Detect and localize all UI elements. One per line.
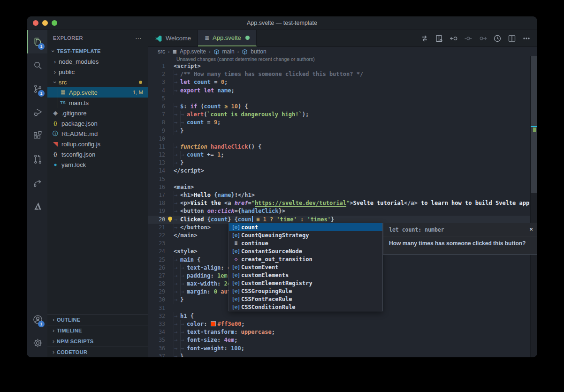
- explorer-more-actions-icon[interactable]: ⋯: [135, 34, 142, 42]
- source-control-icon[interactable]: 1: [27, 77, 47, 100]
- code-line-15[interactable]: 15: [148, 175, 537, 183]
- code-line-10[interactable]: 10: [148, 135, 537, 143]
- suggest-item-countqueuingstrategy[interactable]: [⊘]CountQueuingStrategy: [229, 231, 382, 239]
- code-line-3[interactable]: 3→let count = 0;: [148, 78, 537, 86]
- file-row--gitignore[interactable]: ◈.gitignore: [47, 108, 148, 118]
- explorer-icon[interactable]: 1: [27, 30, 47, 53]
- file-label: rollup.config.js: [61, 141, 100, 148]
- maximize-window-button[interactable]: [52, 20, 57, 26]
- code-line-33[interactable]: 33→→color: #ff3e00;: [148, 320, 537, 328]
- suggest-item-count[interactable]: [⊘]count: [229, 223, 382, 231]
- file-row-app-svelte[interactable]: ≣App.svelte1, M: [47, 87, 148, 98]
- open-changes-icon[interactable]: [419, 33, 430, 44]
- sidebar-panel-codetour[interactable]: ›CODETOUR: [47, 347, 148, 357]
- close-icon[interactable]: ×: [529, 226, 533, 233]
- codelens-unsaved-changes[interactable]: Unsaved changes (cannot determine recent…: [176, 56, 537, 62]
- file-row-tsconfig-json[interactable]: {}tsconfig.json: [47, 149, 148, 159]
- color-swatch-icon[interactable]: [211, 321, 216, 326]
- code-line-5[interactable]: 5: [148, 95, 537, 103]
- split-editor-icon[interactable]: [507, 33, 517, 44]
- run-debug-icon[interactable]: [27, 100, 47, 124]
- breadcrumb-src[interactable]: src: [158, 48, 165, 55]
- code-line-34[interactable]: 34→→text-transform: uppercase;: [148, 328, 537, 336]
- titlebar[interactable]: App.svelte — test-template: [27, 16, 537, 30]
- previous-change-icon[interactable]: [463, 33, 473, 44]
- code-line-11[interactable]: 11→function handleClick() {: [148, 143, 537, 151]
- tab-welcome[interactable]: Welcome: [148, 30, 198, 46]
- extensions-icon[interactable]: [27, 124, 47, 147]
- file-row-readme-md[interactable]: ⓘREADME.md: [47, 128, 148, 139]
- code-line-1[interactable]: 1<script>: [148, 62, 537, 70]
- more-actions-icon[interactable]: [521, 33, 532, 44]
- code-line-13[interactable]: 13→}: [148, 159, 537, 167]
- code-line-18[interactable]: 18→<p>Visit the <a href="https://svelte.…: [148, 199, 537, 207]
- settings-gear-icon[interactable]: [27, 331, 47, 354]
- suggest-item-customevent[interactable]: [⊘]CustomEvent: [229, 263, 382, 271]
- accounts-icon[interactable]: 1: [27, 308, 47, 331]
- sidebar-panel-timeline[interactable]: ›TIMELINE: [47, 325, 148, 336]
- code-line-14[interactable]: 14</script>: [148, 167, 537, 175]
- explorer-sidebar: EXPLORER ⋯ › TEST-TEMPLATE ›node_modules…: [47, 30, 148, 357]
- suggest-item-constantsourcenode[interactable]: [⊘]ConstantSourceNode: [229, 247, 382, 255]
- file-row-package-json[interactable]: {}package.json: [47, 118, 148, 128]
- file-row-main-ts[interactable]: TSmain.ts: [47, 98, 148, 108]
- open-preview-icon[interactable]: [434, 33, 444, 44]
- breadcrumb-file[interactable]: App.svelte: [180, 48, 206, 55]
- sidebar-panel-npm-scripts[interactable]: ›NPM SCRIPTS: [47, 336, 148, 347]
- suggest-label: customElements: [241, 272, 289, 279]
- folder-row-src[interactable]: ›src: [47, 77, 148, 87]
- indent-whitespace: →: [174, 199, 180, 207]
- code-line-2[interactable]: 2→/** How many times has someone clicked…: [148, 70, 537, 78]
- next-change-icon[interactable]: [478, 33, 488, 44]
- github-pull-requests-icon[interactable]: [27, 147, 47, 171]
- chevron-right-icon: ›: [50, 338, 57, 345]
- suggest-item-cssgroupingrule[interactable]: [⊘]CSSGroupingRule: [229, 287, 382, 295]
- vscode-window: App.svelte — test-template 1 1: [27, 16, 537, 357]
- code-line-6[interactable]: 6→$: if (count ≥ 10) {: [148, 103, 537, 111]
- suggest-item-customelementregistry[interactable]: [⊘]CustomElementRegistry: [229, 279, 382, 287]
- suggest-item-customelements[interactable]: [⊘]customElements: [229, 271, 382, 279]
- code-line-12[interactable]: 12→→count += 1;: [148, 151, 537, 159]
- chevron-down-icon[interactable]: ›: [52, 78, 59, 86]
- lightbulb-icon[interactable]: [168, 217, 172, 221]
- accounts-badge: 1: [38, 321, 45, 327]
- scrollbar-slider[interactable]: [531, 56, 537, 193]
- file-row-rollup-config-js[interactable]: ◥rollup.config.js: [47, 139, 148, 149]
- minimize-window-button[interactable]: [42, 20, 48, 26]
- code-line-37[interactable]: 37→}: [148, 353, 537, 357]
- suggest-item-continue[interactable]: ≣continue: [229, 239, 382, 247]
- scrollbar-track[interactable]: [530, 56, 537, 357]
- code-line-9[interactable]: 9→}: [148, 127, 537, 135]
- modified-dot-icon[interactable]: [245, 36, 250, 40]
- breadcrumb-symbol-main[interactable]: main: [222, 48, 235, 55]
- code-line-4[interactable]: 4→export let name;: [148, 87, 537, 95]
- code-line-8[interactable]: 8→→count = 9;: [148, 119, 537, 127]
- run-or-debug-icon[interactable]: [492, 33, 503, 44]
- sidebar-panel-outline[interactable]: ›OUTLINE: [47, 315, 148, 325]
- folder-row-public[interactable]: ›public: [47, 67, 148, 77]
- code-line-17[interactable]: 17→<h1>Hello {name}!</h1>: [148, 191, 537, 199]
- suggest-item-create_out_transition[interactable]: ◇create_out_transition: [229, 255, 382, 263]
- file-row-yarn-lock[interactable]: ●yarn.lock: [47, 159, 148, 170]
- breadcrumb-symbol-button[interactable]: button: [251, 48, 266, 55]
- azure-icon[interactable]: [27, 194, 47, 218]
- suggest-item-cssconditionrule[interactable]: [⊘]CSSConditionRule: [229, 303, 382, 311]
- folder-row-node-modules[interactable]: ›node_modules: [47, 56, 148, 67]
- code-line-35[interactable]: 35→→font-size: 4em;: [148, 336, 537, 344]
- go-back-icon[interactable]: [449, 33, 459, 44]
- code-line-32[interactable]: 32→h1 {: [148, 312, 537, 320]
- code-line-36[interactable]: 36→→font-weight: 100;: [148, 345, 537, 353]
- code-line-19[interactable]: 19→<button on:click={handleClick}>: [148, 207, 537, 215]
- indent-whitespace: →: [174, 103, 180, 111]
- close-window-button[interactable]: [33, 20, 38, 26]
- chevron-right-icon[interactable]: ›: [51, 58, 59, 65]
- code-editor[interactable]: Unsaved changes (cannot determine recent…: [148, 56, 537, 357]
- suggest-item-cssfontfacerule[interactable]: [⊘]CSSFontFaceRule: [229, 295, 382, 303]
- search-icon[interactable]: [27, 53, 47, 77]
- live-share-icon[interactable]: [27, 171, 47, 194]
- code-line-7[interactable]: 7→→alert(`count is dangerously high!`);: [148, 111, 537, 119]
- chevron-right-icon[interactable]: ›: [51, 68, 59, 75]
- code-line-16[interactable]: 16<main>: [148, 183, 537, 191]
- tab-app-svelte[interactable]: ≣ App.svelte: [198, 30, 257, 46]
- workspace-root-folder[interactable]: › TEST-TEMPLATE: [47, 45, 148, 56]
